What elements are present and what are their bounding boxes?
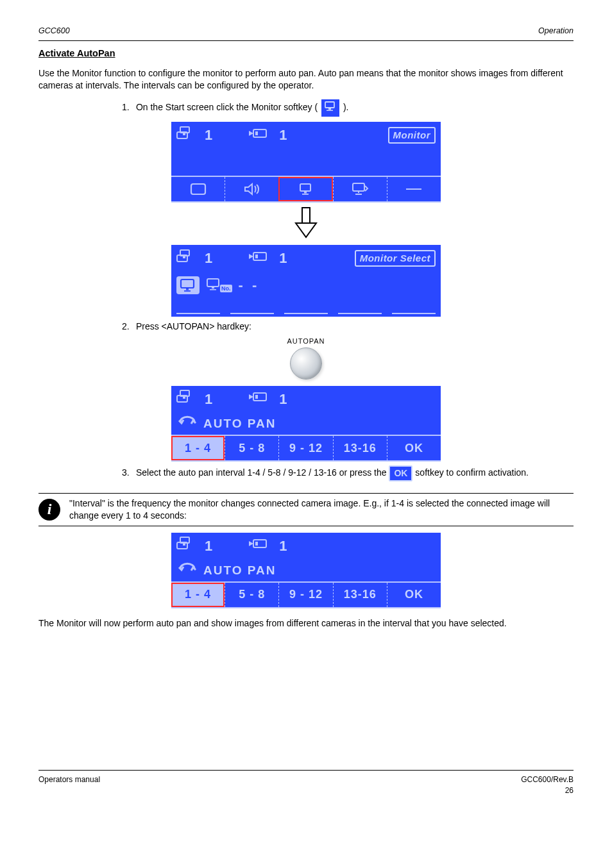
camera-icon xyxy=(248,537,270,555)
autopan-label: AUTOPAN xyxy=(38,337,574,346)
autopan-icon xyxy=(178,562,197,579)
screen-title: Monitor Select xyxy=(355,250,436,267)
camera-icon xyxy=(248,127,270,144)
step-number: 1. xyxy=(122,101,133,113)
controller-number: 1 xyxy=(205,537,212,556)
step-1-text-a: On the Start screen click the Monitor so… xyxy=(136,102,318,112)
controller-number: 1 xyxy=(205,126,212,145)
controller-number: 1 xyxy=(205,390,212,409)
screen-title: Monitor xyxy=(388,127,436,144)
monitor-number-value: - - xyxy=(239,276,260,295)
svg-rect-19 xyxy=(255,255,258,258)
svg-rect-35 xyxy=(255,542,258,546)
tab-monitor[interactable] xyxy=(278,177,332,201)
footer-page-number: 26 xyxy=(521,785,574,796)
tab-interval-1-4[interactable]: 1 - 4 xyxy=(171,583,225,607)
svg-rect-23 xyxy=(207,279,219,287)
no-label: No. xyxy=(220,285,232,292)
tab-interval-9-12[interactable]: 9 - 12 xyxy=(278,583,332,607)
svg-rect-11 xyxy=(302,194,309,195)
svg-rect-24 xyxy=(212,287,214,288)
svg-rect-2 xyxy=(327,110,333,112)
header-rule xyxy=(38,40,574,41)
controller-icon xyxy=(176,249,196,269)
svg-rect-33 xyxy=(183,544,185,546)
camera-number: 1 xyxy=(279,390,287,409)
footer-doc-id: GCC600/Rev.B xyxy=(521,774,574,785)
page-footer: Operators manual GCC600/Rev.B 26 xyxy=(38,770,574,795)
lcd-tabs xyxy=(171,176,441,203)
tab-interval-5-8[interactable]: 5 - 8 xyxy=(225,583,278,607)
svg-rect-25 xyxy=(210,289,216,290)
svg-rect-5 xyxy=(183,133,185,135)
step-3-text-b: softkey to confirm activation. xyxy=(415,467,529,478)
softkey-slots xyxy=(171,299,441,317)
autopan-tabs: 1 - 4 5 - 8 9 - 12 13-16 OK xyxy=(171,435,441,462)
autopan-button[interactable] xyxy=(290,347,322,380)
tab-blank[interactable] xyxy=(387,177,441,201)
autopan-icon xyxy=(178,415,197,432)
footer-left: Operators manual xyxy=(38,774,100,795)
svg-rect-9 xyxy=(300,184,310,191)
camera-number: 1 xyxy=(279,249,287,268)
tab-ok[interactable]: OK xyxy=(387,583,441,607)
lcd-monitor: 1 1 Monitor xyxy=(171,122,441,203)
svg-rect-13 xyxy=(406,188,421,190)
tab-interval-13-16[interactable]: 13-16 xyxy=(333,436,387,460)
tab-interval-1-4[interactable]: 1 - 4 xyxy=(171,436,225,460)
lcd-blank-row xyxy=(171,149,441,176)
controller-number: 1 xyxy=(205,249,212,268)
controller-icon xyxy=(176,536,196,556)
closing-paragraph: The Monitor will now perform auto pan an… xyxy=(38,617,574,630)
ok-softkey-badge: OK xyxy=(389,465,412,481)
svg-rect-17 xyxy=(183,256,185,258)
tab-ok[interactable]: OK xyxy=(387,436,441,460)
monitor-select-row: No. - - xyxy=(171,272,441,299)
intro-paragraph: Use the Monitor function to configure th… xyxy=(38,67,574,92)
tab-interval-5-8[interactable]: 5 - 8 xyxy=(225,436,278,460)
svg-rect-0 xyxy=(325,102,334,108)
tab-audio[interactable] xyxy=(225,177,278,201)
tab-interval-13-16[interactable]: 13-16 xyxy=(333,583,387,607)
info-note: i "Interval" is the frequency the monito… xyxy=(38,493,574,526)
svg-rect-21 xyxy=(186,288,189,290)
tab-fullscreen[interactable] xyxy=(171,177,225,201)
info-text: "Interval" is the frequency the monitor … xyxy=(69,497,574,522)
step-1: 1. On the Start screen click the Monitor… xyxy=(122,99,574,117)
svg-rect-14 xyxy=(302,208,310,223)
svg-rect-1 xyxy=(328,108,331,110)
svg-rect-28 xyxy=(183,397,185,399)
lcd-monitor-select: 1 1 Monitor Select No. - - xyxy=(171,245,441,317)
svg-rect-8 xyxy=(191,184,205,194)
camera-number: 1 xyxy=(279,537,287,556)
camera-icon xyxy=(248,390,270,408)
tab-interval-9-12[interactable]: 9 - 12 xyxy=(278,436,332,460)
selected-monitor-icon xyxy=(176,276,200,294)
controller-icon xyxy=(176,126,196,146)
svg-rect-30 xyxy=(255,395,258,399)
step-3: 3. Select the auto pan interval 1-4 / 5-… xyxy=(122,465,574,481)
monitor-no-icon: No. xyxy=(206,278,232,293)
camera-number: 1 xyxy=(279,126,287,145)
autopan-title: AUTO PAN xyxy=(203,562,276,579)
step-2: 2. Press <AUTOPAN> hardkey: xyxy=(122,321,574,333)
svg-rect-7 xyxy=(255,131,258,135)
step-2-text: Press <AUTOPAN> hardkey: xyxy=(136,321,251,331)
controller-icon xyxy=(176,389,196,409)
svg-rect-22 xyxy=(184,290,191,292)
svg-rect-20 xyxy=(181,280,194,288)
lcd-autopan-example: 1 1 AUTO PAN 1 - 4 5 - 8 9 - 12 13-16 OK xyxy=(171,533,441,608)
autopan-tabs: 1 - 4 5 - 8 9 - 12 13-16 OK xyxy=(171,581,441,608)
header-left: GCC600 xyxy=(38,26,70,37)
monitor-softkey-icon xyxy=(321,99,339,117)
step-1-text-b: ). xyxy=(343,102,349,112)
step-number: 3. xyxy=(122,467,133,479)
flow-arrow-icon xyxy=(287,206,325,240)
svg-rect-12 xyxy=(353,183,364,191)
svg-rect-10 xyxy=(304,192,307,194)
tab-display[interactable] xyxy=(333,177,387,201)
autopan-title: AUTO PAN xyxy=(203,415,276,432)
step-number: 2. xyxy=(122,321,133,333)
autopan-hardkey: AUTOPAN xyxy=(38,337,574,380)
lcd-autopan: 1 1 AUTO PAN 1 - 4 5 - 8 9 - 12 13-16 OK xyxy=(171,386,441,462)
